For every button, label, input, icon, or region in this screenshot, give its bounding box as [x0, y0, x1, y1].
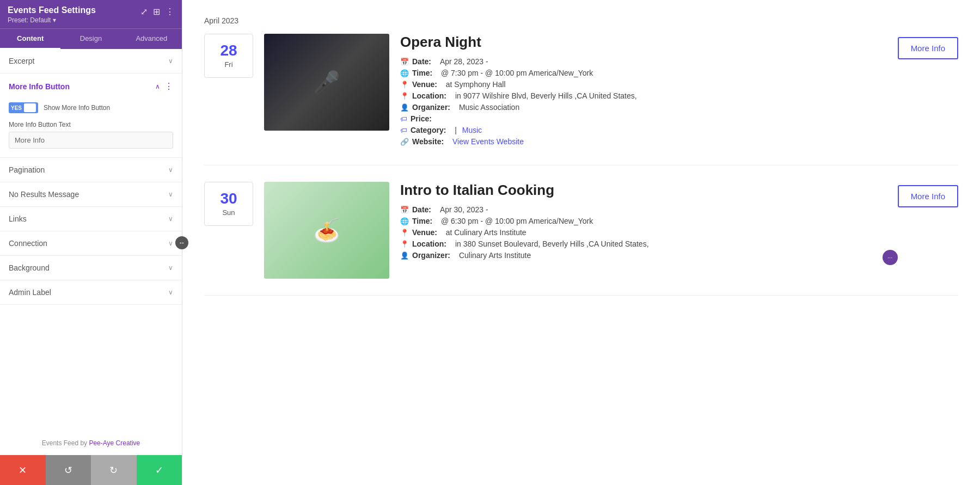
organizer-label: Organizer:: [412, 251, 450, 260]
event-title: Opera Night: [400, 34, 887, 51]
event-venue-meta: 📍 Venue: at Symphony Hall: [400, 80, 887, 89]
panel-body: Excerpt ∨ More Info Button ∧ ⋮ YES S: [0, 49, 182, 485]
time-value: @ 6:30 pm - @ 10:00 pm America/New_York: [441, 217, 593, 225]
section-no-results-label: No Results Message: [9, 190, 79, 199]
cancel-button[interactable]: ✕: [0, 455, 46, 485]
event-card: 28 Fri 🎤 Opera Night 📅 Date: Apr 28, 202…: [204, 34, 958, 165]
show-more-info-toggle-row: YES Show More Info Button: [9, 102, 173, 113]
section-background[interactable]: Background ∨: [0, 256, 182, 280]
events-feed: April 2023 28 Fri 🎤 Opera Night 📅 Date: …: [182, 0, 980, 485]
month-label: April 2023: [204, 16, 958, 25]
time-value: @ 7:30 pm - @ 10:00 pm America/New_York: [441, 69, 593, 77]
section-pagination[interactable]: Pagination ∨: [0, 158, 182, 182]
event-organizer-meta: 👤 Organizer: Culinary Arts Institute ···: [400, 251, 887, 260]
show-more-info-label: Show More Info Button: [44, 104, 110, 112]
event-image: 🍝: [264, 182, 389, 279]
event-details: Opera Night 📅 Date: Apr 28, 2023 - 🌐 Tim…: [400, 34, 887, 149]
save-button[interactable]: ✓: [137, 455, 182, 485]
organizer-label: Organizer:: [412, 103, 450, 112]
event-venue-meta: 📍 Venue: at Culinary Arts Institute: [400, 228, 887, 237]
website-label: Website:: [412, 137, 444, 146]
section-excerpt-label: Excerpt: [9, 57, 34, 65]
date-value: Apr 28, 2023 -: [440, 57, 488, 66]
section-background-label: Background: [9, 263, 50, 272]
redo-button[interactable]: ↻: [91, 455, 137, 485]
venue-label: Venue:: [412, 228, 437, 237]
date-value: Apr 30, 2023 -: [440, 205, 488, 214]
event-date-number: 30: [210, 191, 247, 206]
section-pagination-label: Pagination: [9, 165, 45, 174]
event-date-number: 28: [210, 43, 247, 58]
section-links-label: Links: [9, 214, 27, 223]
organizer-icon: 👤: [400, 103, 409, 112]
event-date-box: 28 Fri: [204, 34, 253, 78]
time-label: Time:: [412, 69, 432, 77]
bottom-bar: ✕ ↺ ↻ ✓: [0, 455, 182, 485]
organizer-value: Music Association: [459, 103, 519, 112]
undo-button[interactable]: ↺: [46, 455, 91, 485]
more-info-chevron: ∧: [155, 83, 160, 90]
section-links[interactable]: Links ∨: [0, 207, 182, 231]
toggle-yes-label: YES: [11, 105, 22, 111]
event-card-inner: 🎤 Opera Night 📅 Date: Apr 28, 2023 - 🌐 T…: [264, 34, 958, 149]
event-image: 🎤: [264, 34, 389, 131]
event-card: 30 Sun 🍝 Intro to Italian Cooking 📅 Date…: [204, 182, 958, 296]
calendar-icon: 📅: [400, 206, 409, 214]
organizer-value: Culinary Arts Institute: [459, 251, 531, 260]
more-info-body: YES Show More Info Button More Info Butt…: [0, 99, 182, 157]
more-info-header[interactable]: More Info Button ∧ ⋮: [0, 73, 182, 99]
clock-icon: 🌐: [400, 217, 409, 225]
location-value: in 9077 Wilshire Blvd, Beverly Hills ,CA…: [455, 91, 637, 100]
more-info-options-icon[interactable]: ⋮: [164, 81, 173, 91]
location-pin-icon: 📍: [400, 240, 409, 248]
location-label: Location:: [412, 240, 446, 248]
show-more-info-toggle[interactable]: YES: [9, 102, 38, 113]
venue-pin-icon: 📍: [400, 81, 409, 89]
section-connection[interactable]: Connection ∨: [0, 231, 182, 256]
more-info-button-event2[interactable]: More Info: [898, 185, 958, 207]
links-chevron: ∨: [168, 215, 173, 223]
calendar-icon: 📅: [400, 58, 409, 66]
more-info-button-text-input[interactable]: [9, 132, 173, 149]
pagination-chevron: ∨: [168, 166, 173, 174]
event-time-meta: 🌐 Time: @ 7:30 pm - @ 10:00 pm America/N…: [400, 69, 887, 77]
organizer-icon: 👤: [400, 251, 409, 260]
event-date-meta: 📅 Date: Apr 30, 2023 -: [400, 205, 887, 214]
event-location-meta: 📍 Location: in 9077 Wilshire Blvd, Bever…: [400, 91, 887, 100]
location-label: Location:: [412, 91, 446, 100]
footer-link[interactable]: Pee-Aye Creative: [89, 439, 140, 447]
event-location-meta: 📍 Location: in 380 Sunset Boulevard, Bev…: [400, 240, 887, 248]
date-label: Date:: [412, 205, 431, 214]
website-link[interactable]: View Events Website: [452, 137, 524, 146]
event-date-box: 30 Sun: [204, 182, 253, 226]
section-excerpt[interactable]: Excerpt ∨: [0, 49, 182, 73]
settings-panel: Events Feed Settings Preset: Default ▾ ⤢…: [0, 0, 182, 485]
panel-title: Events Feed Settings: [8, 5, 140, 15]
event-card-inner: 🍝 Intro to Italian Cooking 📅 Date: Apr 3…: [264, 182, 958, 279]
grid-icon[interactable]: ⊞: [153, 7, 160, 17]
venue-value: at Symphony Hall: [446, 80, 506, 89]
category-icon: 🏷: [400, 126, 407, 134]
price-tag-icon: 🏷: [400, 115, 407, 123]
resize-handle[interactable]: ↔: [175, 236, 188, 249]
more-options-icon[interactable]: ⋮: [166, 7, 174, 17]
more-info-button-label: More Info Button: [9, 82, 70, 91]
section-admin-label[interactable]: Admin Label ∨: [0, 280, 182, 305]
section-admin-label-label: Admin Label: [9, 288, 51, 297]
location-value: in 380 Sunset Boulevard, Beverly Hills ,…: [455, 240, 649, 248]
footer-credit: Events Feed by Pee-Aye Creative: [0, 434, 182, 452]
venue-label: Venue:: [412, 80, 437, 89]
more-info-button-event1[interactable]: More Info: [898, 37, 958, 59]
bubble-indicator: ···: [883, 250, 898, 265]
date-label: Date:: [412, 57, 431, 66]
toggle-knob: [24, 103, 36, 112]
category-link[interactable]: Music: [462, 126, 482, 134]
tab-advanced[interactable]: Advanced: [121, 29, 182, 49]
event-details: Intro to Italian Cooking 📅 Date: Apr 30,…: [400, 182, 887, 262]
panel-preset[interactable]: Preset: Default ▾: [8, 16, 140, 24]
tab-content[interactable]: Content: [0, 29, 60, 49]
tab-design[interactable]: Design: [60, 29, 121, 49]
section-no-results[interactable]: No Results Message ∨: [0, 182, 182, 207]
expand-icon[interactable]: ⤢: [140, 7, 148, 17]
excerpt-chevron: ∨: [168, 57, 173, 65]
